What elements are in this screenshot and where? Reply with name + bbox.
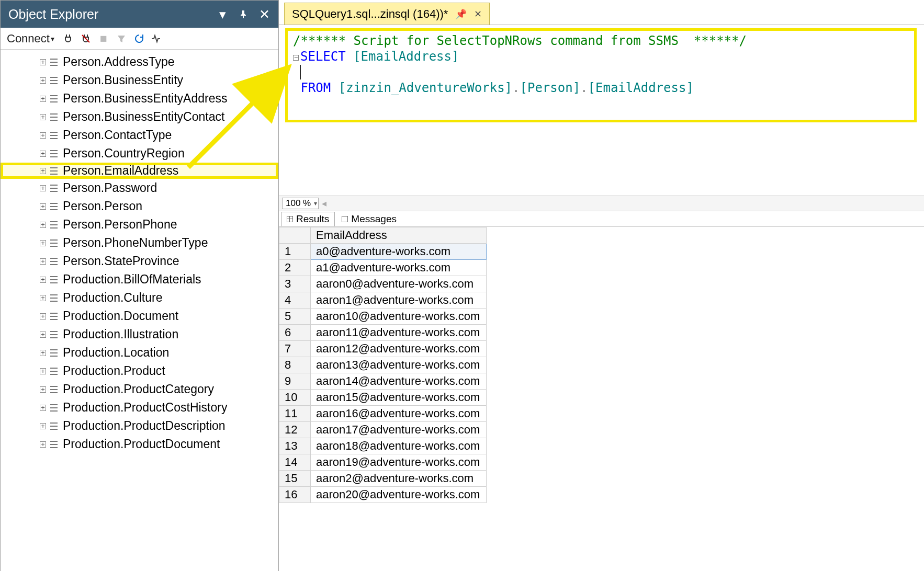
table-row[interactable]: 1a0@adventure-works.com xyxy=(279,244,487,260)
activity-icon[interactable] xyxy=(151,32,163,45)
table-row[interactable]: 7aaron12@adventure-works.com xyxy=(279,341,487,357)
dropdown-icon[interactable]: ▾ xyxy=(213,5,231,23)
cell-emailaddress[interactable]: aaron1@adventure-works.com xyxy=(311,292,487,309)
row-number[interactable]: 16 xyxy=(279,487,311,503)
expand-icon[interactable]: + xyxy=(40,277,46,283)
tree-item[interactable]: +Person.PhoneNumberType xyxy=(1,234,278,252)
cell-emailaddress[interactable]: aaron12@adventure-works.com xyxy=(311,341,487,357)
tree-item[interactable]: +Person.AddressType xyxy=(1,53,278,71)
cell-emailaddress[interactable]: aaron0@adventure-works.com xyxy=(311,276,487,292)
table-row[interactable]: 12aaron17@adventure-works.com xyxy=(279,422,487,438)
tree-item[interactable]: +Production.ProductDocument xyxy=(1,435,278,453)
tree-item[interactable]: +Person.Password xyxy=(1,179,278,197)
column-header-emailaddress[interactable]: EmailAddress xyxy=(311,227,487,244)
expand-icon[interactable]: + xyxy=(40,313,46,319)
expand-icon[interactable]: + xyxy=(40,222,46,228)
cell-emailaddress[interactable]: aaron2@adventure-works.com xyxy=(311,471,487,487)
object-explorer-tree[interactable]: +Person.AddressType+Person.BusinessEntit… xyxy=(1,50,278,571)
cell-emailaddress[interactable]: aaron16@adventure-works.com xyxy=(311,406,487,422)
tree-item[interactable]: +Person.BusinessEntity xyxy=(1,71,278,89)
grid-corner[interactable] xyxy=(279,227,311,244)
disconnect-plug-icon[interactable] xyxy=(80,32,92,45)
row-number[interactable]: 15 xyxy=(279,471,311,487)
tree-item[interactable]: +Person.PersonPhone xyxy=(1,215,278,234)
cell-emailaddress[interactable]: aaron20@adventure-works.com xyxy=(311,487,487,503)
table-row[interactable]: 9aaron14@adventure-works.com xyxy=(279,373,487,390)
table-row[interactable]: 6aaron11@adventure-works.com xyxy=(279,325,487,341)
cell-emailaddress[interactable]: aaron13@adventure-works.com xyxy=(311,357,487,373)
row-number[interactable]: 12 xyxy=(279,422,311,438)
results-grid[interactable]: EmailAddress 1a0@adventure-works.com2a1@… xyxy=(279,227,924,571)
table-row[interactable]: 8aaron13@adventure-works.com xyxy=(279,357,487,373)
tree-item[interactable]: +Person.CountryRegion xyxy=(1,144,278,163)
expand-icon[interactable]: + xyxy=(40,441,46,448)
sql-editor[interactable]: /****** Script for SelectTopNRows comman… xyxy=(285,28,917,122)
cell-emailaddress[interactable]: a0@adventure-works.com xyxy=(311,244,487,260)
expand-icon[interactable]: + xyxy=(40,114,46,120)
tree-item[interactable]: +Person.StateProvince xyxy=(1,252,278,270)
zoom-dropdown[interactable]: 100 % xyxy=(282,198,319,209)
tree-item[interactable]: +Person.BusinessEntityAddress xyxy=(1,89,278,108)
row-number[interactable]: 13 xyxy=(279,438,311,454)
tree-item[interactable]: +Person.ContactType xyxy=(1,126,278,144)
table-row[interactable]: 3aaron0@adventure-works.com xyxy=(279,276,487,292)
expand-icon[interactable]: + xyxy=(40,258,46,265)
row-number[interactable]: 1 xyxy=(279,244,311,260)
cell-emailaddress[interactable]: aaron11@adventure-works.com xyxy=(311,325,487,341)
tree-item[interactable]: +Production.Product xyxy=(1,362,278,380)
cell-emailaddress[interactable]: aaron17@adventure-works.com xyxy=(311,422,487,438)
row-number[interactable]: 9 xyxy=(279,373,311,390)
expand-icon[interactable]: + xyxy=(40,295,46,301)
expand-icon[interactable]: + xyxy=(40,132,46,139)
expand-icon[interactable]: + xyxy=(40,423,46,429)
table-row[interactable]: 2a1@adventure-works.com xyxy=(279,260,487,276)
tree-item[interactable]: +Production.Document xyxy=(1,307,278,325)
close-icon[interactable]: ✕ xyxy=(255,5,273,23)
cell-emailaddress[interactable]: aaron10@adventure-works.com xyxy=(311,309,487,325)
tree-item[interactable]: +Person.Person xyxy=(1,197,278,215)
table-row[interactable]: 16aaron20@adventure-works.com xyxy=(279,487,487,503)
tree-item[interactable]: +Production.ProductCategory xyxy=(1,380,278,398)
table-row[interactable]: 11aaron16@adventure-works.com xyxy=(279,406,487,422)
refresh-icon[interactable] xyxy=(133,32,145,45)
table-row[interactable]: 13aaron18@adventure-works.com xyxy=(279,438,487,454)
row-number[interactable]: 2 xyxy=(279,260,311,276)
cell-emailaddress[interactable]: aaron15@adventure-works.com xyxy=(311,390,487,406)
expand-icon[interactable]: + xyxy=(40,405,46,411)
tree-item[interactable]: +Person.EmailAddress xyxy=(1,163,278,179)
expand-icon[interactable]: + xyxy=(40,368,46,374)
cell-emailaddress[interactable]: a1@adventure-works.com xyxy=(311,260,487,276)
tree-item[interactable]: +Production.ProductDescription xyxy=(1,417,278,435)
expand-icon[interactable]: + xyxy=(40,240,46,246)
expand-icon[interactable]: + xyxy=(40,332,46,338)
pin-icon[interactable] xyxy=(234,5,252,23)
cell-emailaddress[interactable]: aaron19@adventure-works.com xyxy=(311,454,487,471)
row-number[interactable]: 6 xyxy=(279,325,311,341)
pin-icon[interactable]: 📌 xyxy=(455,8,467,20)
row-number[interactable]: 8 xyxy=(279,357,311,373)
expand-icon[interactable]: + xyxy=(40,77,46,84)
expand-icon[interactable]: + xyxy=(40,185,46,191)
table-row[interactable]: 15aaron2@adventure-works.com xyxy=(279,471,487,487)
tree-item[interactable]: +Production.Illustration xyxy=(1,325,278,344)
connect-plug-icon[interactable] xyxy=(62,32,74,45)
expand-icon[interactable]: + xyxy=(40,59,46,65)
row-number[interactable]: 14 xyxy=(279,454,311,471)
close-icon[interactable]: ✕ xyxy=(474,8,482,20)
table-row[interactable]: 10aaron15@adventure-works.com xyxy=(279,390,487,406)
table-row[interactable]: 5aaron10@adventure-works.com xyxy=(279,309,487,325)
expand-icon[interactable]: + xyxy=(40,350,46,356)
tree-item[interactable]: +Production.Location xyxy=(1,344,278,362)
cell-emailaddress[interactable]: aaron18@adventure-works.com xyxy=(311,438,487,454)
row-number[interactable]: 11 xyxy=(279,406,311,422)
expand-icon[interactable]: + xyxy=(40,386,46,393)
table-row[interactable]: 4aaron1@adventure-works.com xyxy=(279,292,487,309)
tree-item[interactable]: +Production.Culture xyxy=(1,289,278,307)
row-number[interactable]: 7 xyxy=(279,341,311,357)
tree-item[interactable]: +Production.BillOfMaterials xyxy=(1,270,278,289)
expand-icon[interactable]: + xyxy=(40,168,46,174)
tree-item[interactable]: +Person.BusinessEntityContact xyxy=(1,108,278,126)
document-tab[interactable]: SQLQuery1.sql...zinsql (164))* 📌 ✕ xyxy=(284,3,490,25)
expand-icon[interactable]: + xyxy=(40,203,46,210)
tab-results[interactable]: Results xyxy=(281,212,335,226)
